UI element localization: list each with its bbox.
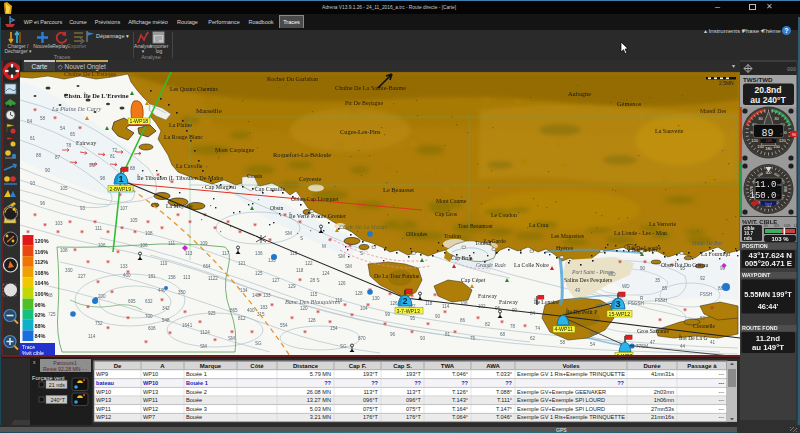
svg-text:41mn31s: 41mn31s <box>651 371 674 377</box>
svg-text:TWS/TWD: TWS/TWD <box>743 76 773 83</box>
svg-text:Le Coudon: Le Coudon <box>491 212 517 218</box>
svg-text:Forçage vent: Forçage vent <box>32 375 65 381</box>
svg-text:90: 90 <box>640 266 646 271</box>
svg-text:44: 44 <box>680 344 686 349</box>
svg-text:WP13: WP13 <box>96 397 111 403</box>
svg-text:127: 127 <box>272 278 280 283</box>
svg-text:752: 752 <box>95 321 103 326</box>
svg-text:Marseille: Marseille <box>196 107 222 114</box>
svg-text:---: --- <box>718 380 724 386</box>
svg-text:82: 82 <box>485 322 491 327</box>
svg-text:Exemple GV+Exemple SPI LOURD: Exemple GV+Exemple SPI LOURD <box>517 406 605 412</box>
svg-text:WP9: WP9 <box>96 371 108 377</box>
svg-text:La Londe - Les - Mau: La Londe - Les - Mau <box>614 230 667 236</box>
svg-text:---: --- <box>718 389 724 395</box>
svg-text:5.03 MN: 5.03 MN <box>310 406 331 412</box>
svg-text:84%: 84% <box>35 333 46 339</box>
svg-text:90: 90 <box>435 314 441 319</box>
svg-text:SM: SM <box>228 336 235 341</box>
svg-text:74: 74 <box>535 326 541 331</box>
svg-text:103: 103 <box>55 221 63 226</box>
svg-text:664: 664 <box>203 264 211 269</box>
svg-text:nd: nd <box>778 183 782 187</box>
svg-text:150.0: 150.0 <box>749 191 776 201</box>
svg-text:106: 106 <box>140 243 148 248</box>
svg-text:158: 158 <box>168 275 176 280</box>
svg-text:??: ?? <box>324 380 331 386</box>
svg-text:58: 58 <box>40 116 46 121</box>
svg-text:114: 114 <box>88 334 96 339</box>
svg-text:90: 90 <box>45 168 51 173</box>
svg-text:30: 30 <box>774 116 779 121</box>
svg-text:176°T: 176°T <box>406 414 422 420</box>
svg-text:50%: 50% <box>774 224 780 228</box>
svg-text:POSITION: POSITION <box>742 243 768 249</box>
svg-text:WD: WD <box>622 284 630 289</box>
svg-text:De: De <box>114 363 122 369</box>
svg-text:400: 400 <box>247 308 255 313</box>
svg-text:26.08 MN: 26.08 MN <box>307 389 331 395</box>
svg-text:nds: nds <box>744 236 753 241</box>
svg-text:925: 925 <box>208 311 216 316</box>
svg-text:T.064°: T.064° <box>452 414 468 420</box>
svg-text:96: 96 <box>40 201 46 206</box>
svg-text:Grande Rade: Grande Rade <box>476 262 506 268</box>
svg-text:La Crau: La Crau <box>529 222 549 228</box>
svg-text:548: 548 <box>162 318 170 323</box>
svg-text:Exemple GV+Exemple SPI LOURD: Exemple GV+Exemple SPI LOURD <box>517 397 605 403</box>
svg-text:128: 128 <box>308 318 316 323</box>
svg-text:112%: 112% <box>35 259 49 265</box>
svg-text:090: 090 <box>783 186 787 192</box>
svg-text:La Plaine: La Plaine <box>169 122 192 128</box>
svg-text:Cassis: Cassis <box>247 173 263 179</box>
svg-text:Cap Morgiou: Cap Morgiou <box>205 184 236 190</box>
svg-text:61: 61 <box>30 136 36 141</box>
svg-text:107: 107 <box>120 206 128 211</box>
svg-text:106: 106 <box>98 243 106 248</box>
svg-text:78: 78 <box>66 143 72 148</box>
svg-text:125: 125 <box>255 271 263 276</box>
svg-text:Exemple GV 1 Ris+Exemple TRINQ: Exemple GV 1 Ris+Exemple TRINQUETTE <box>517 414 625 420</box>
svg-text:au 240°T: au 240°T <box>750 95 786 105</box>
svg-text:??: ?? <box>617 380 624 386</box>
svg-text:180: 180 <box>765 146 772 151</box>
svg-text:T.111°: T.111° <box>497 397 512 403</box>
svg-text:---: --- <box>718 406 724 412</box>
svg-text:113: 113 <box>185 251 193 256</box>
svg-text:075°T: 075°T <box>406 406 422 412</box>
svg-text:au 149°T: au 149°T <box>752 343 784 352</box>
svg-text:Chstn. Île De L'Erevine: Chstn. Île De L'Erevine <box>64 92 129 99</box>
svg-text:096°T: 096°T <box>363 397 379 403</box>
svg-text:193°T: 193°T <box>406 371 422 377</box>
svg-text:---: --- <box>718 397 724 403</box>
svg-text:110: 110 <box>160 261 168 266</box>
svg-text:64: 64 <box>27 119 33 124</box>
svg-text:Les Quatre Chemins: Les Quatre Chemins <box>170 86 218 92</box>
svg-text:99: 99 <box>385 312 391 317</box>
svg-text:129: 129 <box>288 284 296 289</box>
svg-text:133: 133 <box>120 264 128 269</box>
svg-text:11.0: 11.0 <box>755 180 777 190</box>
svg-text:Gros Sarranie: Gros Sarranie <box>637 328 669 334</box>
svg-text:Les Maurettes: Les Maurettes <box>551 233 585 239</box>
svg-text:WP11: WP11 <box>96 406 111 412</box>
svg-text:Marque: Marque <box>200 363 222 369</box>
svg-text:88: 88 <box>36 153 42 158</box>
svg-text:21 nds: 21 nds <box>49 382 65 388</box>
svg-text:??: ?? <box>461 380 468 386</box>
svg-text:WAYPOINT: WAYPOINT <box>742 272 771 278</box>
svg-text:SG: SG <box>340 344 347 349</box>
svg-text:WP7: WP7 <box>143 414 155 420</box>
svg-text:200: 200 <box>98 294 106 299</box>
svg-text:108: 108 <box>60 248 68 253</box>
svg-text:120: 120 <box>300 306 308 311</box>
svg-text:3.21 MN: 3.21 MN <box>310 414 331 420</box>
svg-text:88%: 88% <box>35 323 46 329</box>
svg-text:58: 58 <box>560 340 566 345</box>
svg-text:124: 124 <box>322 271 330 276</box>
svg-text:1-WP18: 1-WP18 <box>130 118 149 124</box>
svg-text:Port Saint - Pierre: Port Saint - Pierre <box>571 269 614 275</box>
svg-text:Îlot De Leo: Îlot De Leo <box>632 246 657 253</box>
svg-text:Îlot De La G: Îlot De La G <box>679 334 707 341</box>
svg-text:Salins Des Pesquiers: Salins Des Pesquiers <box>564 277 613 283</box>
